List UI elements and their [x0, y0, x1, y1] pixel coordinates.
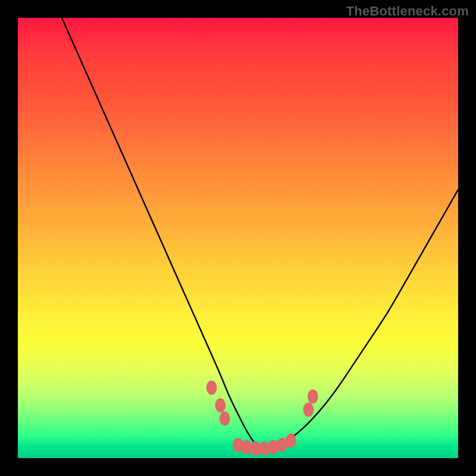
highlight-dot	[215, 398, 226, 412]
chart-frame: TheBottleneck.com	[0, 0, 476, 476]
bottleneck-curve-svg	[18, 18, 458, 458]
plot-area	[18, 18, 458, 458]
highlight-dot	[308, 389, 318, 403]
highlight-dot	[233, 438, 243, 452]
highlight-dot	[220, 411, 230, 425]
bottleneck-curve	[62, 18, 458, 449]
highlight-dot	[303, 403, 314, 417]
highlight-dots	[206, 381, 318, 456]
highlight-dot	[268, 440, 278, 455]
watermark-text: TheBottleneck.com	[346, 4, 469, 19]
highlight-dot	[206, 381, 217, 395]
highlight-dot	[286, 433, 296, 447]
